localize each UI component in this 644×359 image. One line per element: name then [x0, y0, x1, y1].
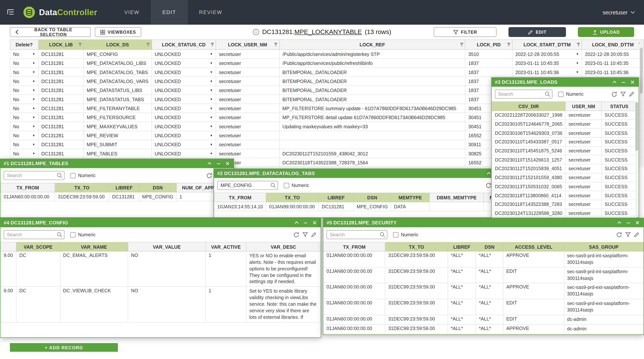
- table-name-link[interactable]: MPE_LOCKANYTABLE: [294, 29, 362, 35]
- dropdown-arrow-icon[interactable]: ▼: [32, 53, 35, 55]
- dropdown-arrow-icon[interactable]: ▼: [210, 143, 213, 146]
- cell[interactable]: secretuser: [216, 95, 279, 104]
- viewbox-scrollbar[interactable]: [636, 102, 638, 216]
- cell[interactable]: secretuser: [216, 104, 279, 113]
- table-tree-icon[interactable]: [6, 8, 16, 17]
- cell[interactable]: UNLOCKED▼: [152, 95, 216, 104]
- refresh-icon[interactable]: [486, 182, 492, 188]
- cell[interactable]: DC131281: [38, 104, 84, 113]
- numeric-filter[interactable]: Numeric: [284, 183, 309, 188]
- viewbox-titlebar[interactable]: #2 DC131281.MPE_DATACATALOG_TABS: [214, 169, 513, 178]
- close-icon[interactable]: [634, 220, 640, 226]
- cell[interactable]: UNLOCKED▼: [152, 86, 216, 95]
- dropdown-arrow-icon[interactable]: ▼: [32, 143, 35, 146]
- scrollbar-thumb[interactable]: [636, 102, 638, 151]
- collapse-icon[interactable]: [486, 171, 492, 176]
- column-header[interactable]: TX_TO: [55, 183, 109, 192]
- column-header[interactable]: TX_TO: [266, 193, 319, 202]
- minimize-icon[interactable]: [216, 161, 222, 166]
- cell[interactable]: DC131281: [38, 68, 84, 77]
- column-header[interactable]: Delete?: [10, 40, 38, 50]
- pencil-icon[interactable]: [629, 91, 635, 97]
- cell[interactable]: [280, 140, 465, 149]
- minimize-icon[interactable]: [626, 220, 631, 226]
- cell[interactable]: UNLOCKED▼: [152, 77, 216, 86]
- filter-icon[interactable]: [460, 43, 464, 47]
- numeric-filter[interactable]: Numeric: [558, 91, 584, 97]
- numeric-checkbox[interactable]: [393, 232, 398, 237]
- filter-icon[interactable]: [274, 43, 278, 47]
- dropdown-arrow-icon[interactable]: ▼: [576, 62, 579, 65]
- column-header[interactable]: LOCK_PID: [465, 40, 512, 50]
- close-icon[interactable]: [312, 220, 318, 226]
- edit-button[interactable]: EDIT: [508, 27, 566, 37]
- column-header[interactable]: LIBREF: [319, 193, 354, 202]
- cell[interactable]: MPE_SUBMIT: [84, 140, 152, 149]
- dropdown-arrow-icon[interactable]: ▼: [32, 98, 35, 101]
- cell[interactable]: UNLOCKED▼: [152, 131, 216, 140]
- cell[interactable]: MPE_REVIEW: [84, 131, 152, 140]
- column-header[interactable]: MEMTYPE: [391, 193, 430, 202]
- user-menu[interactable]: secretuser: [603, 9, 635, 15]
- cell[interactable]: UNLOCKED▼: [152, 50, 216, 59]
- dropdown-arrow-icon[interactable]: ▼: [32, 107, 35, 110]
- dropdown-arrow-icon[interactable]: ▼: [32, 89, 35, 92]
- column-header[interactable]: USER_NM: [566, 102, 602, 111]
- funnel-icon[interactable]: [302, 232, 308, 238]
- cell[interactable]: DC131281: [38, 122, 84, 131]
- cell[interactable]: UNLOCKED▼: [152, 104, 216, 113]
- cell[interactable]: BITEMPORAL_DATALOADER: [280, 68, 465, 77]
- column-header[interactable]: VAR_ACTIVE: [206, 242, 246, 251]
- viewbox-titlebar[interactable]: #4 DC131281.MPE_CONFIG: [0, 218, 321, 227]
- viewboxes-button[interactable]: VIEWBOXES: [95, 27, 141, 37]
- viewbox-titlebar[interactable]: #3 DC131281.MPE_LOADS: [492, 78, 639, 87]
- column-header[interactable]: SAS_GROUP: [564, 242, 644, 251]
- cell[interactable]: BITEMPORAL_DATALOADER: [280, 77, 465, 86]
- cell[interactable]: Updating maxkeyvalues with maxkey=33: [280, 122, 465, 131]
- dropdown-arrow-icon[interactable]: ▼: [210, 53, 213, 55]
- column-header[interactable]: DBMS_MEMTYPE: [430, 193, 484, 202]
- dropdown-arrow-icon[interactable]: ▼: [32, 80, 35, 83]
- numeric-checkbox[interactable]: [558, 91, 564, 97]
- dropdown-arrow-icon[interactable]: ▼: [210, 116, 213, 119]
- column-header[interactable]: LOCK_DS: [84, 40, 152, 50]
- cell[interactable]: No▼: [10, 59, 38, 68]
- cell[interactable]: DC131281: [38, 95, 84, 104]
- cell[interactable]: UNLOCKED▼: [152, 59, 216, 68]
- filter-icon[interactable]: [78, 43, 82, 47]
- funnel-icon[interactable]: [625, 232, 631, 238]
- dropdown-arrow-icon[interactable]: ▼: [32, 116, 35, 119]
- column-header[interactable]: VAR_VALUE: [128, 242, 206, 251]
- cell[interactable]: 2023-01-11 10:45:35: [582, 59, 644, 68]
- column-header[interactable]: LOCK_END_DTTM: [582, 40, 644, 50]
- numeric-checkbox[interactable]: [70, 232, 76, 237]
- column-header[interactable]: TX_FROM: [324, 242, 385, 251]
- search-input[interactable]: [326, 230, 387, 239]
- dropdown-arrow-icon[interactable]: ▼: [210, 152, 213, 155]
- filter-icon[interactable]: [210, 43, 214, 47]
- info-icon[interactable]: [253, 29, 259, 35]
- column-header[interactable]: LOCK_USER_NM: [216, 40, 279, 50]
- cell[interactable]: 1837: [465, 59, 512, 68]
- search-input[interactable]: [4, 171, 64, 180]
- search-input[interactable]: [217, 181, 278, 190]
- cell[interactable]: No▼: [10, 122, 38, 131]
- column-header[interactable]: VAR_DESC: [246, 242, 320, 251]
- cell[interactable]: No▼: [10, 140, 38, 149]
- cell[interactable]: secretuser: [216, 149, 279, 158]
- cell[interactable]: UNLOCKED▼: [152, 149, 216, 158]
- cell[interactable]: DC20230118T143522388_728379_1564: [280, 158, 465, 167]
- dropdown-arrow-icon[interactable]: ▼: [32, 71, 35, 74]
- cell[interactable]: DC131281: [38, 149, 84, 158]
- search-input[interactable]: [495, 90, 552, 99]
- back-to-table-selection-button[interactable]: BACK TO TABLE SELECTION: [10, 27, 91, 37]
- refresh-icon[interactable]: [293, 231, 300, 238]
- cell[interactable]: secretuser: [216, 113, 279, 122]
- dropdown-arrow-icon[interactable]: ▼: [32, 62, 35, 65]
- column-header[interactable]: [0, 242, 16, 251]
- cell[interactable]: secretuser: [216, 68, 279, 77]
- tab-review[interactable]: REVIEW: [188, 0, 234, 25]
- cell[interactable]: /Public/app/dc/services/admin/registerke…: [280, 50, 465, 59]
- viewbox-titlebar[interactable]: #1 DC131281.MPE_TABLES: [0, 159, 234, 168]
- cell[interactable]: DC131281: [38, 113, 84, 122]
